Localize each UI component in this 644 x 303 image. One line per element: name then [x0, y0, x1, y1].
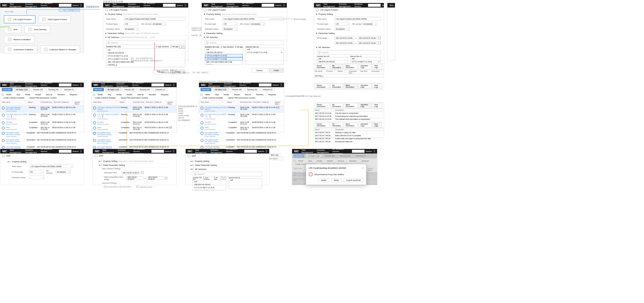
tb-delete[interactable]: Delete: [203, 93, 212, 96]
home-icon[interactable]: [95, 155, 97, 157]
nav-ne[interactable]: NE Medation Version Information: [226, 148, 240, 155]
input-taskname[interactable]: LTE Urgent Problem-20170325-152956▾: [29, 165, 73, 168]
tb-saveas[interactable]: Save as: [243, 93, 253, 96]
task-name[interactable]: LTE-Fault Handing-20170324-130322: [205, 107, 228, 110]
filter-all[interactable]: All Tasks 1132: [213, 88, 229, 91]
task-name[interactable]: TS-RNC: [6, 121, 12, 123]
filter-running[interactable]: Running 763: [138, 88, 152, 91]
tab-tasklog[interactable]: Task Logs: [372, 103, 382, 108]
search-input[interactable]: [368, 4, 381, 7]
tb-upload-pnr[interactable]: Upload PNR performance counters: [28, 96, 59, 99]
nav-scenario[interactable]: Scanario Management: [25, 83, 37, 87]
input-taskname[interactable]: LTE Urgent Problem-20170325-152956: [335, 17, 381, 21]
export-icon[interactable]: [221, 177, 223, 179]
tb-restart[interactable]: Restart: [33, 93, 43, 96]
filter-running[interactable]: Running 763: [245, 88, 260, 91]
tb-upload-pnr[interactable]: Upload PNR performance counters: [226, 96, 257, 99]
tab-ne-info[interactable]: NE Information: [330, 64, 343, 69]
tab-oplog[interactable]: Operation Logs: [359, 64, 372, 69]
tb-modify[interactable]: Modify: [115, 93, 124, 96]
task-name[interactable]: terna: [6, 127, 10, 128]
section-title[interactable]: NE Selection: [195, 168, 207, 170]
search-input[interactable]: [151, 83, 164, 86]
table-row[interactable]: LTE-Fault Handing-20170324-130322Instant…: [92, 106, 177, 113]
tab-oplog[interactable]: Operation Logs: [359, 84, 372, 89]
select-never[interactable]: All selected▾: [250, 22, 265, 26]
task-name[interactable]: TS-RNC: [97, 121, 104, 123]
tb-restart[interactable]: Restart: [232, 93, 242, 96]
card-gsm-urgent[interactable]: GSM Urgent Problem: [38, 16, 71, 23]
search-placeholder[interactable]: Search: [321, 51, 329, 54]
section-nesel[interactable]: NE Selection(Network/NE/20170320,20X34_2…: [103, 35, 188, 39]
section-property[interactable]: Property Setting(task name / FLUX simuhu…: [103, 12, 188, 16]
new-task-button[interactable]: New task: [2, 88, 13, 91]
search-input[interactable]: [151, 150, 164, 153]
nav-ne[interactable]: NE Medation Version Information: [354, 1, 364, 10]
calendar-icon[interactable]: [378, 37, 381, 39]
radio-netype[interactable]: [171, 45, 171, 48]
section-title[interactable]: Property Setting: [103, 160, 117, 162]
hover-tool-icon[interactable]: [279, 106, 279, 109]
user-icon[interactable]: [185, 4, 186, 7]
nav-task[interactable]: Task Management: [10, 149, 21, 154]
hover-tool-icon[interactable]: [277, 106, 278, 109]
nav-scenario[interactable]: Scanario Management: [224, 83, 236, 87]
nav-scenario[interactable]: Scanario Management: [25, 3, 37, 8]
user-icon[interactable]: [80, 83, 82, 86]
task-name[interactable]: LTE-UMTS-SOP-20170328-194322: [6, 139, 20, 142]
nav-scenario[interactable]: Scanario Management: [317, 149, 329, 154]
table-row[interactable]: LTE-SOP-20161124-100327 （5） Instant Scan…: [0, 113, 84, 121]
task-name[interactable]: LTE-UMTS-SOP-20170328-194322: [205, 139, 219, 142]
nav-ne[interactable]: NE Medation Version Information: [239, 82, 255, 88]
nav-ne[interactable]: NE Medation Version Information: [242, 2, 258, 9]
search-input[interactable]: [352, 150, 365, 153]
nav-ne[interactable]: NE Medation Version Information: [41, 148, 55, 155]
user-icon[interactable]: [266, 150, 267, 153]
search-input[interactable]: [163, 4, 176, 7]
user-icon[interactable]: [173, 150, 174, 153]
nav-task[interactable]: Task Management: [10, 83, 21, 87]
tab-tasklog[interactable]: Task Logs: [372, 64, 382, 69]
section-title[interactable]: Property Setting: [12, 161, 26, 163]
tab-basic[interactable]: Basic information: [344, 84, 358, 89]
select-product[interactable]: LTE▾: [124, 22, 139, 26]
tb-saveas[interactable]: Save as: [136, 93, 145, 96]
search-input[interactable]: [244, 150, 257, 153]
tab-result[interactable]: Result Information: [315, 122, 330, 127]
nav-ne[interactable]: NE Medation Version Information: [143, 2, 159, 9]
search-placeholder[interactable]: Search: [197, 173, 205, 175]
period-checkbox[interactable]: [136, 186, 138, 188]
cancel-button[interactable]: Cancel: [252, 68, 267, 73]
search-placeholder[interactable]: Search: [209, 41, 217, 44]
tab-result[interactable]: Result Information: [315, 64, 330, 69]
input-taskname[interactable]: LTE Urgent Problem-20170325-152956: [124, 17, 185, 21]
nav-scenario[interactable]: Scanario Management: [118, 149, 130, 154]
section-title[interactable]: Detail Parameter Setting: [103, 164, 125, 166]
home-icon[interactable]: [2, 155, 5, 157]
nav-scenario[interactable]: Scanario Management: [211, 149, 222, 154]
tab-ne-info[interactable]: NE Information: [330, 84, 343, 89]
nav-task[interactable]: Task Management: [195, 149, 207, 154]
filter-unknown[interactable]: Unknown 22: [62, 88, 76, 91]
user-icon[interactable]: [80, 4, 82, 7]
remove-icon[interactable]: ×: [281, 52, 282, 53]
list-item[interactable]: soif: [106, 48, 185, 52]
tb-modify[interactable]: Modify: [222, 93, 231, 96]
table-row[interactable]: ternaInstant ScanarioCompleted2017.02.13…: [0, 126, 84, 131]
finish-button[interactable]: Finish: [269, 68, 284, 73]
search-input[interactable]: [259, 83, 271, 86]
hover-tool-icon[interactable]: [171, 126, 172, 129]
tb-stop[interactable]: Stop: [106, 93, 113, 96]
search-input[interactable]: [59, 4, 71, 7]
dialog-export-button[interactable]: Export result list: [344, 178, 364, 182]
nav-scenario[interactable]: Scanario Management: [227, 3, 238, 8]
tb-template[interactable]: Create Collection template: [200, 96, 225, 99]
task-name[interactable]: LTE-Fault Handing-20170324-130322: [6, 107, 21, 110]
task-name[interactable]: LTE-UMTS-SOP-20170328-194322: [97, 139, 111, 142]
hover-tool-icon[interactable]: [169, 126, 169, 129]
filter-unknown[interactable]: Unknown 22: [260, 88, 275, 91]
select-product[interactable]: LTE▾: [222, 22, 237, 26]
tb-stop[interactable]: Stop: [15, 93, 22, 96]
sub-from[interactable]: 2017-03-03 15:36:47: [126, 176, 143, 180]
filter-periodic[interactable]: Periodic 102: [122, 88, 137, 91]
